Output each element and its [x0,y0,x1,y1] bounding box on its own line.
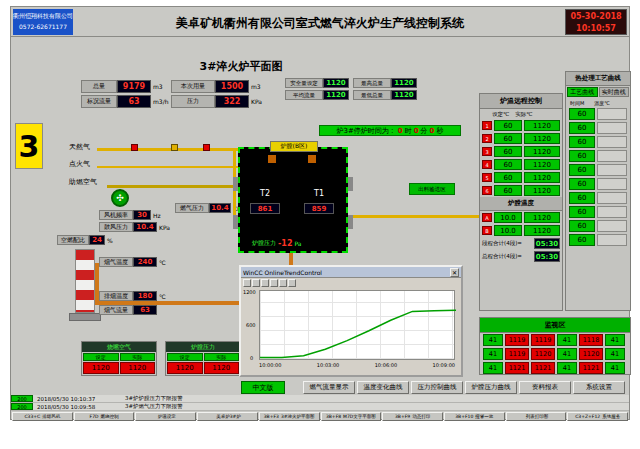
segment-temp-value[interactable] [597,192,627,204]
alarm-text: 3#炉炉膛压力下限报警 [125,395,183,402]
gas-valve-icon[interactable] [203,144,210,151]
segment-time-value[interactable]: 60 [569,206,595,218]
taskbar-label: 美卓炉3#炉 [216,414,241,419]
monitor-cell: 41 [557,334,577,346]
remote-zone-row: 4 60 1120 [480,158,562,171]
segment-time-value[interactable]: 60 [569,234,595,246]
chamber-alarm-cell[interactable]: A [482,213,492,222]
zone-set-value[interactable]: 60 [494,185,522,196]
tab-realtime-curve[interactable]: 实时曲线 [599,87,630,97]
taskbar-button[interactable]: 炉温设定 [135,412,196,421]
segment-total-value: 05:30 [534,238,560,249]
taskbar-button[interactable]: 美卓炉3#炉 [197,412,258,421]
taskbar-button[interactable]: 3B+F3 3#淬火炉平面图 [259,412,320,421]
remote-zone-row: 5 60 1120 [480,171,562,184]
segment-temp-value[interactable] [597,122,627,134]
zone-alarm-cell[interactable]: 1 [482,121,492,130]
monitor-cell: 1121 [579,362,603,374]
gas-valve-icon[interactable] [131,144,138,151]
alarm-row[interactable]: 200 2018/05/30 10:10:37 3#炉炉膛压力下限报警 [11,395,629,403]
zone-alarm-cell[interactable]: 4 [482,160,492,169]
taskbar-button[interactable]: C3+Z+F12 系统服务 [567,412,628,421]
zone-alarm-cell[interactable]: 3 [482,147,492,156]
segment-time-value[interactable]: 60 [569,136,595,148]
taskbar-button[interactable]: F7D 燃烧控制 [74,412,135,421]
zone-set-value[interactable]: 60 [494,120,522,131]
monitor-panel: 监视区 41 1119 1119 41 1118 41 41 1119 1120… [479,317,631,375]
limit-label: 最高总量 [353,78,391,88]
batch-label: 本次用量 [171,80,215,93]
chamber-temp-rows: A 10.0 1120 B 10.0 1120 [480,211,562,237]
segment-time-value[interactable]: 60 [569,178,595,190]
x-tick: 10:06:00 [375,362,397,368]
taskbar-key: 3B+F3 [264,414,279,419]
segment-time-value[interactable]: 60 [569,122,595,134]
remote-zone-rows: 1 60 1120 2 60 1120 3 60 1120 4 [480,119,562,197]
segment-temp-value[interactable] [597,234,627,246]
trend-toolbar-icon[interactable] [252,279,260,287]
table-subheader: 设定 [167,353,203,361]
segment-time-value[interactable]: 60 [569,108,595,120]
zone-set-value[interactable]: 60 [494,159,522,170]
trend-toolbar-icon[interactable] [243,279,251,287]
blower-fan-icon[interactable]: ✣ [111,189,129,207]
trend-toolbar-icon[interactable] [270,279,278,287]
segment-time-value[interactable]: 60 [569,220,595,232]
taskbar-button[interactable]: 3B+F10 报警一览 [444,412,505,421]
screen-nav-button[interactable]: 燃气流量显示 [303,381,355,394]
zone-alarm-cell[interactable]: 6 [482,186,492,195]
monitor-title: 监视区 [480,318,630,333]
gas-valve-icon[interactable] [171,144,178,151]
segment-time-value[interactable]: 60 [569,164,595,176]
screen-nav-button[interactable]: 压力控制曲线 [411,381,463,394]
furnace-outlet-pipe [348,215,479,218]
taskbar-button[interactable]: C33+C 排烟风机 [12,412,73,421]
pilot-gas-pipe [97,166,238,168]
segment-time-value[interactable]: 60 [569,192,595,204]
zone-alarm-cell[interactable]: 2 [482,134,492,143]
screen-nav-button[interactable]: 炉膛压力曲线 [465,381,517,394]
screen-nav-button[interactable]: 资料报表 [519,381,571,394]
zone-set-value[interactable]: 60 [494,172,522,183]
segment-temp-value[interactable] [597,220,627,232]
zone-set-value[interactable]: 60 [494,133,522,144]
zone-actual-value: 1120 [524,159,560,170]
close-icon[interactable]: ✕ [450,268,459,277]
process-segment-row: 60 [566,149,630,163]
remote-zone-row: 6 60 1120 [480,184,562,197]
stop-hour-unit: 时 [405,126,412,136]
pressure-unit: KPa [249,98,269,105]
chamber-temp-row: A 10.0 1120 [480,211,562,224]
segment-temp-value[interactable] [597,206,627,218]
language-button[interactable]: 中文版 [241,381,285,394]
flue-duct-riser [95,263,99,305]
zone-alarm-cell[interactable]: 5 [482,173,492,182]
flow-label: 标况流量 [81,95,117,108]
taskbar-button[interactable]: 3B+F9 动态打印 [382,412,443,421]
trend-window: WinCC OnlineTrendControl ✕ 1200 600 0 10… [239,265,463,377]
trend-titlebar[interactable]: WinCC OnlineTrendControl ✕ [241,267,461,278]
segment-temp-value[interactable] [597,178,627,190]
tab-process-curve[interactable]: 工艺曲线 [567,87,598,97]
taskbar-label: 炉温设定 [158,414,176,419]
screen-nav-button[interactable]: 温度变化曲线 [357,381,409,394]
trend-curve [260,310,456,357]
segment-temp-value[interactable] [597,164,627,176]
chamber-alarm-cell[interactable]: B [482,226,492,235]
alarm-row[interactable]: 200 2018/05/30 10:09:58 3#炉燃气压力下限报警 [11,403,629,411]
trend-toolbar-icon[interactable] [279,279,287,287]
chamber-pressure-label: 炉膛压力 [252,239,276,248]
segment-time-value[interactable]: 60 [569,150,595,162]
zone-set-value[interactable]: 60 [494,146,522,157]
table-subheader: 设定 [83,353,119,361]
screen-nav-button[interactable]: 系统设置 [573,381,625,394]
segment-temp-value[interactable] [597,150,627,162]
segment-temp-value[interactable] [597,136,627,148]
trend-toolbar-icon[interactable] [288,279,296,287]
segment-temp-value[interactable] [597,108,627,120]
taskbar-button[interactable]: 3B+F8 M7D文字平面图 [321,412,382,421]
trend-toolbar-icon[interactable] [261,279,269,287]
taskbar-button[interactable]: 列表打印图 [506,412,567,421]
trend-plot-area[interactable] [259,290,455,360]
thermocouple-t1-value: 859 [304,203,334,214]
